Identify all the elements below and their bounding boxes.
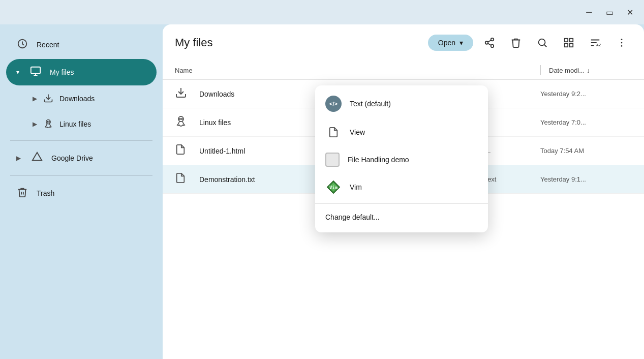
dropdown-item-label: File Handling demo xyxy=(348,156,409,164)
close-button[interactable]: ✕ xyxy=(622,4,638,20)
dropdown-item-file-handling[interactable]: File Handling demo xyxy=(315,146,488,173)
svg-rect-15 xyxy=(565,39,568,42)
col-divider xyxy=(540,65,541,75)
sidebar-item-label: My files xyxy=(50,68,74,76)
dropdown-item-label: Text (default) xyxy=(350,100,391,108)
sidebar: Recent ▾ My files ▶ Down xyxy=(0,24,163,359)
title-bar: ─ ▭ ✕ xyxy=(0,0,644,24)
sidebar-divider-2 xyxy=(10,175,152,176)
change-default-button[interactable]: Change default... xyxy=(315,206,488,228)
recent-icon xyxy=(16,38,28,52)
open-dropdown-icon: ▾ xyxy=(459,39,463,47)
downloads-chevron-icon: ▶ xyxy=(33,95,37,102)
download-folder-icon xyxy=(175,86,191,101)
delete-icon xyxy=(510,37,522,48)
linuxfiles-icon xyxy=(43,118,53,130)
sort-arrow-icon: ↓ xyxy=(587,67,590,74)
svg-point-8 xyxy=(491,38,494,41)
sidebar-divider xyxy=(10,140,152,141)
file-date: Yesterday 7:0... xyxy=(540,118,632,126)
col-date-header[interactable]: Date modi... ↓ xyxy=(540,65,632,75)
search-icon xyxy=(537,37,548,48)
svg-rect-16 xyxy=(570,39,573,42)
svg-text:AZ: AZ xyxy=(596,43,601,47)
svg-point-29 xyxy=(181,118,182,119)
search-button[interactable] xyxy=(532,33,553,53)
sort-icon: AZ xyxy=(590,37,601,48)
sidebar-item-downloads[interactable]: ▶ Downloads xyxy=(6,86,157,111)
sidebar-item-recent[interactable]: Recent xyxy=(6,32,157,58)
googledrive-icon xyxy=(31,152,43,165)
file-date: Today 7:54 AM xyxy=(540,147,632,155)
dropdown-item-text-default[interactable]: </> Text (default) xyxy=(315,89,488,118)
sidebar-item-googledrive[interactable]: ▶ Google Drive xyxy=(6,145,157,171)
table-header: Name Date modi... ↓ xyxy=(163,61,644,80)
dropdown-divider xyxy=(315,203,488,204)
toolbar: My files Open ▾ xyxy=(163,24,644,61)
file-date: Yesterday 9:1... xyxy=(540,175,632,183)
svg-line-12 xyxy=(488,40,491,42)
code-icon: </> xyxy=(325,96,342,112)
dropdown-item-vim[interactable]: Vim Vim xyxy=(315,173,488,201)
sidebar-item-linuxfiles[interactable]: ▶ Linux files xyxy=(6,112,157,136)
col-name-header[interactable]: Name xyxy=(175,67,408,74)
share-button[interactable] xyxy=(479,33,500,53)
svg-line-14 xyxy=(544,45,546,47)
maximize-button[interactable]: ▭ xyxy=(601,4,618,20)
sidebar-item-label: Google Drive xyxy=(51,154,93,162)
svg-line-11 xyxy=(488,43,491,45)
downloads-icon xyxy=(43,93,53,105)
open-dropdown-menu: </> Text (default) View File Handling de… xyxy=(315,85,488,232)
svg-point-6 xyxy=(47,121,48,122)
dropdown-item-label: Vim xyxy=(350,183,362,191)
googledrive-chevron-icon: ▶ xyxy=(16,155,21,162)
trash-icon xyxy=(16,187,28,200)
svg-point-23 xyxy=(621,39,623,40)
minimize-button[interactable]: ─ xyxy=(581,4,597,20)
sidebar-item-label: Trash xyxy=(37,189,54,197)
svg-point-28 xyxy=(179,118,180,119)
share-icon xyxy=(484,37,495,48)
myfiles-icon xyxy=(29,66,42,79)
svg-point-7 xyxy=(49,121,50,122)
myfiles-chevron-icon: ▾ xyxy=(16,69,19,76)
svg-point-10 xyxy=(491,45,494,48)
sort-button[interactable]: AZ xyxy=(585,33,605,53)
sidebar-item-label: Downloads xyxy=(59,95,95,103)
svg-point-24 xyxy=(621,42,623,44)
svg-text:Vim: Vim xyxy=(329,185,338,190)
dropdown-item-label: View xyxy=(350,128,365,136)
sidebar-item-trash[interactable]: Trash xyxy=(6,180,157,206)
txt-file-icon xyxy=(175,172,191,186)
page-title: My files xyxy=(175,36,422,49)
sidebar-item-label: Linux files xyxy=(59,120,91,128)
svg-point-25 xyxy=(621,45,623,47)
more-button[interactable] xyxy=(611,33,632,53)
file-handling-icon xyxy=(325,153,340,167)
svg-rect-17 xyxy=(565,44,568,47)
file-date: Yesterday 9:2... xyxy=(540,90,632,98)
svg-rect-1 xyxy=(31,67,40,73)
vim-icon: Vim xyxy=(325,179,342,195)
linuxfiles-chevron-icon: ▶ xyxy=(33,121,37,128)
svg-point-13 xyxy=(539,39,545,46)
svg-rect-18 xyxy=(570,44,573,47)
dropdown-item-view[interactable]: View xyxy=(315,118,488,146)
delete-button[interactable] xyxy=(506,33,526,53)
sidebar-item-myfiles[interactable]: ▾ My files xyxy=(6,59,157,85)
grid-icon xyxy=(563,37,574,48)
view-file-icon xyxy=(325,124,342,140)
linux-files-icon xyxy=(175,115,191,130)
html-file-icon xyxy=(175,144,191,158)
grid-view-button[interactable] xyxy=(559,33,579,53)
sidebar-item-label: Recent xyxy=(37,41,59,49)
open-button[interactable]: Open ▾ xyxy=(428,35,473,51)
more-icon xyxy=(616,37,627,48)
svg-point-9 xyxy=(485,41,488,44)
